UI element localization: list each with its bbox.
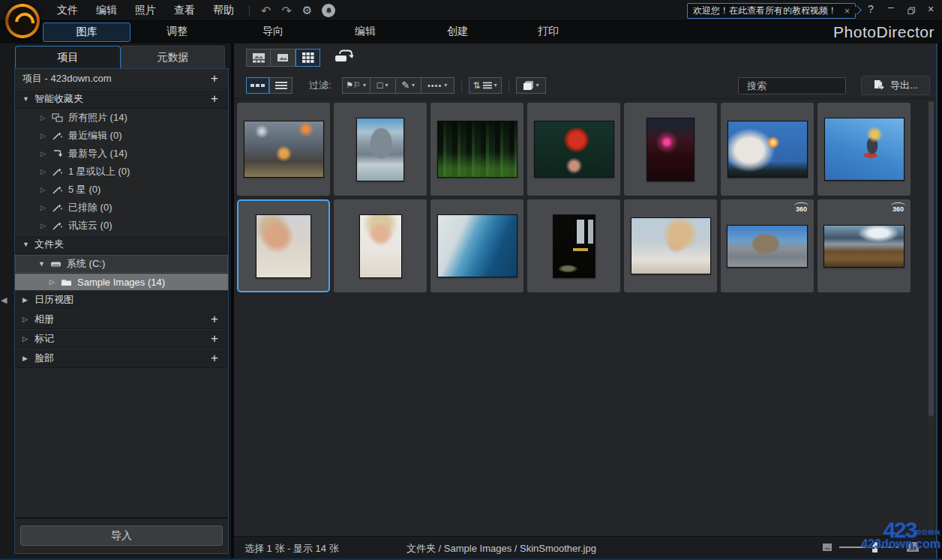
sidebar-item-sample-images[interactable]: ▷ Sample Images (14)	[15, 274, 228, 290]
tab-edit[interactable]: 编辑	[338, 25, 392, 38]
menu-file[interactable]: 文件	[48, 1, 87, 20]
project-panel: 项目 - 423down.com + ▼ 智能收藏夹 + ▷ 所有照片 (14)…	[14, 68, 229, 554]
thumbnail-size-slider[interactable]	[839, 542, 899, 553]
sidebar-item-all-photos[interactable]: ▷ 所有照片 (14)	[15, 109, 228, 127]
menu-view[interactable]: 查看	[165, 1, 204, 20]
add-album-button[interactable]: +	[208, 312, 220, 327]
drive-icon	[50, 259, 62, 269]
photo-thumbnail-maple-leaf[interactable]	[527, 103, 620, 196]
dots-icon: ••••	[428, 81, 442, 90]
add-face-button[interactable]: +	[208, 351, 220, 366]
folder-icon	[61, 277, 72, 287]
chevron-right-icon: ▷	[22, 335, 34, 343]
search-box[interactable]: ×	[738, 77, 846, 94]
thumbnail-large-icon[interactable]	[906, 541, 920, 553]
photo-thumbnail-woman-leaning[interactable]	[624, 199, 717, 292]
photo-thumbnail-pano-canyon[interactable]: 360	[721, 199, 814, 292]
add-smart-collection-button[interactable]: +	[208, 91, 220, 106]
search-input[interactable]	[747, 80, 879, 91]
sidebar-item-cyberlink-cloud[interactable]: ▷ 讯连云 (0)	[15, 217, 228, 235]
stack-view-button[interactable]: ▾	[516, 77, 546, 94]
photo-thumbnail-pano-desert[interactable]: 360	[818, 199, 910, 292]
view-single-image-button[interactable]	[271, 49, 296, 67]
project-name: 项目 - 423down.com	[22, 72, 208, 85]
section-faces[interactable]: ▶ 脸部 +	[15, 349, 228, 368]
tab-library[interactable]: 图库	[43, 22, 130, 42]
slider-handle[interactable]	[872, 542, 878, 553]
add-tag-button[interactable]: +	[208, 331, 220, 346]
maximize-restore-button[interactable]	[908, 5, 916, 17]
magic-wand-icon	[52, 131, 63, 141]
view-grid-button[interactable]	[296, 49, 320, 67]
help-button[interactable]: ?	[868, 3, 874, 15]
view-thumbnail-filmstrip-button[interactable]	[246, 49, 271, 67]
sidebar-collapse-icon[interactable]: ◀	[1, 295, 7, 305]
photo-thumbnail-neon-sign[interactable]	[624, 103, 717, 196]
all-photos-icon	[52, 113, 63, 123]
photo-thumbnail-skateboarder[interactable]	[818, 103, 910, 196]
sidebar-item-rejected[interactable]: ▷ 已排除 (0)	[15, 199, 228, 217]
thumbnail-size-small-button[interactable]	[246, 77, 269, 94]
cyberlink-logo	[5, 4, 40, 38]
add-project-button[interactable]: +	[208, 71, 220, 86]
slider-track[interactable]	[839, 547, 899, 548]
notification-close-icon[interactable]: ×	[844, 6, 850, 16]
photo-thumbnail-ocean-wave[interactable]	[430, 199, 524, 292]
sidebar-item-five-star[interactable]: ▷ 5 星 (0)	[15, 181, 228, 199]
minimize-button[interactable]: –	[888, 1, 894, 13]
rotate-compare-button[interactable]	[334, 49, 353, 66]
filter-rating-button[interactable]: □▾	[370, 77, 396, 94]
chevron-right-icon: ▷	[22, 316, 34, 323]
photo-thumbnail-woman-laughing[interactable]	[334, 199, 427, 292]
menu-edit[interactable]: 编辑	[87, 1, 126, 20]
section-smart-collections[interactable]: ▼ 智能收藏夹 +	[15, 89, 228, 109]
current-photo-path: 文件夹 / Sample Images / SkinSmoother.jpg	[406, 542, 596, 556]
photo-thumbnail-forest[interactable]	[430, 103, 524, 196]
tab-adjust[interactable]: 调整	[150, 25, 204, 38]
section-calendar-view[interactable]: ▶ 日历视图	[15, 290, 228, 310]
thumbnail-small-icon[interactable]	[822, 543, 832, 552]
photo-maple-leaf	[534, 121, 614, 178]
redo-icon[interactable]: ↷	[276, 4, 296, 18]
tab-create[interactable]: 创建	[430, 25, 484, 38]
view-toolbar	[234, 43, 936, 72]
photo-thumbnail-dark-window[interactable]	[527, 199, 620, 292]
settings-gear-icon[interactable]: ⚙	[297, 4, 317, 17]
scrollbar-thumb[interactable]	[928, 101, 934, 416]
triangle-right-icon: ▶	[22, 296, 34, 304]
flag-icon: ⚑⚐	[346, 80, 361, 90]
photo-thumbnail-rocket-launch[interactable]	[721, 103, 814, 196]
sidebar-item-one-star-up[interactable]: ▷ 1 星或以上 (0)	[15, 163, 228, 181]
sidebar-tab-project[interactable]: 项目	[15, 46, 121, 68]
lines-icon	[483, 82, 492, 89]
photo-thumbnail-basketball-dunk[interactable]	[237, 103, 330, 196]
import-button[interactable]: 导入	[20, 526, 223, 546]
tab-guided[interactable]: 导向	[246, 25, 300, 38]
sidebar-item-latest-imports[interactable]: ▷ 最新导入 (14)	[15, 145, 228, 163]
sidebar-item-recently-edited[interactable]: ▷ 最近编辑 (0)	[15, 127, 228, 145]
chevron-down-icon: ▾	[412, 82, 415, 88]
filter-flag-button[interactable]: ⚑⚐▾	[342, 77, 370, 94]
notification-bell-icon[interactable]	[322, 4, 335, 17]
sidebar-tab-metadata[interactable]: 元数据	[121, 46, 225, 68]
menu-help[interactable]: 帮助	[204, 1, 243, 20]
section-albums[interactable]: ▷ 相册 +	[15, 310, 228, 329]
tab-print[interactable]: 打印	[521, 25, 575, 38]
vertical-scrollbar[interactable]	[928, 101, 934, 532]
section-folders[interactable]: ▼ 文件夹	[15, 235, 228, 254]
filter-color-label-button[interactable]: ••••▾	[422, 77, 454, 94]
menu-photo[interactable]: 照片	[126, 1, 165, 20]
sort-button[interactable]: ⇅ ▾	[469, 77, 502, 94]
export-button[interactable]: 导出...	[861, 76, 930, 95]
filter-edited-button[interactable]: ✎▾	[396, 77, 422, 94]
title-bar: 文件 编辑 照片 查看 帮助 ↶ ↷ ⚙ 欢迎您！在此查看所有的教程视频！ × …	[0, 0, 942, 21]
section-tags[interactable]: ▷ 标记 +	[15, 329, 228, 349]
photo-thumbnail-boat-cliff[interactable]	[334, 103, 427, 196]
chevron-down-icon: ▾	[494, 82, 497, 88]
undo-icon[interactable]: ↶	[256, 4, 276, 18]
photo-thumbnail-woman-smiling[interactable]	[237, 199, 330, 292]
close-button[interactable]: ×	[928, 3, 934, 15]
list-view-button[interactable]	[269, 77, 292, 94]
sidebar-item-drive-c[interactable]: ▼ 系统 (C:)	[15, 255, 228, 273]
welcome-notification[interactable]: 欢迎您！在此查看所有的教程视频！ ×	[687, 3, 856, 19]
